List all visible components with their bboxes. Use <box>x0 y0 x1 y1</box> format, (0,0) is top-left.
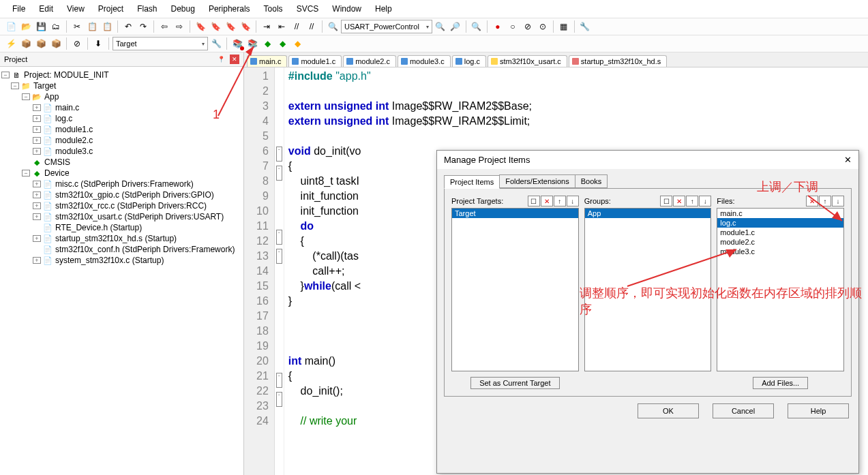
stop-build-icon[interactable]: ⊘ <box>70 37 84 50</box>
breakpoint-icon[interactable]: ● <box>491 20 505 33</box>
bookmark-clear-icon[interactable]: 🔖 <box>239 20 252 33</box>
nav-back-icon[interactable]: ⇦ <box>158 20 171 33</box>
menu-debug[interactable]: Debug <box>164 1 202 16</box>
set-current-target-button[interactable]: Set as Current Target <box>470 377 559 389</box>
list-item[interactable]: log.c <box>717 218 843 228</box>
tab-startup[interactable]: startup_stm32f10x_hd.s <box>569 55 667 67</box>
tree-file[interactable]: +📄system_stm32f10x.c (Startup) <box>1 255 242 266</box>
menu-svcs[interactable]: SVCS <box>290 1 326 16</box>
menu-peripherals[interactable]: Peripherals <box>202 1 257 16</box>
symbol-combo[interactable]: USART_PowerControl <box>341 20 432 33</box>
undo-icon[interactable]: ↶ <box>121 20 135 33</box>
delete-item-icon[interactable]: ✕ <box>673 196 685 206</box>
tree-device[interactable]: −◆Device <box>1 168 242 179</box>
list-item[interactable]: App <box>585 209 711 218</box>
cut-icon[interactable]: ✂ <box>70 20 84 33</box>
window-icon[interactable]: ▦ <box>557 20 571 33</box>
delete-item-icon[interactable]: ✕ <box>806 196 818 206</box>
menu-file[interactable]: File <box>5 1 32 16</box>
save-icon[interactable]: 💾 <box>34 20 48 33</box>
tree-file[interactable]: +📄stm32f10x_usart.c (StdPeriph Drivers:U… <box>1 211 242 222</box>
debug-icon[interactable]: 🔍 <box>470 20 483 33</box>
copy-icon[interactable]: 📋 <box>85 20 99 33</box>
pin-icon[interactable]: 📍 <box>217 55 226 64</box>
add-files-button[interactable]: Add Files... <box>753 377 808 389</box>
new-item-icon[interactable]: ☐ <box>528 196 540 206</box>
dlg-tab-project-items[interactable]: Project Items <box>444 175 500 189</box>
menu-help[interactable]: Help <box>368 1 399 16</box>
tree-file[interactable]: +📄misc.c (StdPeriph Drivers:Framework) <box>1 179 242 189</box>
bookmark-prev-icon[interactable]: 🔖 <box>209 20 222 33</box>
indent-icon[interactable]: ⇥ <box>260 20 273 33</box>
menu-flash[interactable]: Flash <box>130 1 164 16</box>
fold-column[interactable]: ------ <box>275 67 284 475</box>
configure-icon[interactable]: 🔧 <box>578 20 592 33</box>
move-down-icon[interactable]: ↓ <box>567 196 579 206</box>
move-up-icon[interactable]: ↑ <box>819 196 831 206</box>
dialog-close-icon[interactable]: ✕ <box>844 155 852 165</box>
list-item[interactable]: main.c <box>717 209 843 218</box>
tab-module2[interactable]: module2.c <box>343 55 396 67</box>
tree-file[interactable]: 📄stm32f10x_conf.h (StdPeriph Drivers:Fra… <box>1 244 242 255</box>
nav-fwd-icon[interactable]: ⇨ <box>173 20 186 33</box>
tree-file[interactable]: +📄module3.c <box>1 146 242 157</box>
groups-listbox[interactable]: App <box>584 208 712 371</box>
outdent-icon[interactable]: ⇤ <box>275 20 288 33</box>
rebuild-icon[interactable]: 📦 <box>34 37 48 50</box>
breakpoint-kill-icon[interactable]: ⊘ <box>521 20 535 33</box>
build-icon[interactable]: 📦 <box>19 37 33 50</box>
tree-file[interactable]: +📄log.c <box>1 113 242 124</box>
bookmark-icon[interactable]: 🔖 <box>194 20 207 33</box>
menu-view[interactable]: View <box>60 1 91 16</box>
tree-file[interactable]: +📄stm32f10x_rcc.c (StdPeriph Drivers:RCC… <box>1 200 242 211</box>
breakpoint-toggle-icon[interactable]: ⊙ <box>536 20 550 33</box>
tree-cmsis[interactable]: ◆CMSIS <box>1 157 242 168</box>
target-combo[interactable]: Target <box>113 37 208 50</box>
translate-icon[interactable]: ⚡ <box>4 37 18 50</box>
help-button[interactable]: Help <box>788 403 849 418</box>
breakpoint-disable-icon[interactable]: ○ <box>506 20 520 33</box>
move-up-icon[interactable]: ↑ <box>554 196 566 206</box>
ok-button[interactable]: OK <box>638 403 699 418</box>
saveall-icon[interactable]: 🗂 <box>49 20 63 33</box>
download-icon[interactable]: ⬇ <box>91 37 105 50</box>
move-up-icon[interactable]: ↑ <box>686 196 698 206</box>
tree-file[interactable]: +📄startup_stm32f10x_hd.s (Startup) <box>1 233 242 244</box>
select-pack-icon[interactable]: ◆ <box>275 37 289 50</box>
pack-installer-icon[interactable]: ◆ <box>290 37 304 50</box>
new-icon[interactable]: 📄 <box>4 20 18 33</box>
files-listbox[interactable]: main.c log.c module1.c module2.c module3… <box>717 208 844 371</box>
menu-window[interactable]: Window <box>325 1 368 16</box>
tree-file[interactable]: +📄stm32f10x_gpio.c (StdPeriph Drivers:GP… <box>1 189 242 200</box>
bookmark-next-icon[interactable]: 🔖 <box>224 20 237 33</box>
dlg-tab-folders[interactable]: Folders/Extensions <box>499 174 575 188</box>
panel-close-icon[interactable]: ✕ <box>230 55 239 64</box>
move-down-icon[interactable]: ↓ <box>832 196 844 206</box>
list-item[interactable]: Target <box>452 209 578 218</box>
cancel-button[interactable]: Cancel <box>713 403 774 418</box>
find-in-files-icon[interactable]: 🔍 <box>434 20 447 33</box>
tree-app[interactable]: −📂App <box>1 91 242 102</box>
tree-target[interactable]: −📁Target <box>1 80 242 91</box>
menu-project[interactable]: Project <box>91 1 130 16</box>
redo-icon[interactable]: ↷ <box>136 20 150 33</box>
find-icon[interactable]: 🔍 <box>326 20 340 33</box>
tab-main[interactable]: main.c <box>247 55 287 67</box>
tab-log[interactable]: log.c <box>452 55 486 67</box>
list-item[interactable]: module1.c <box>717 228 843 237</box>
multi-project-icon[interactable]: 📚 <box>245 37 259 50</box>
project-tree[interactable]: −🗎Project: MODULE_INIT −📁Target −📂App +📄… <box>0 67 243 475</box>
tree-root[interactable]: −🗎Project: MODULE_INIT <box>1 70 242 80</box>
manage-rte-icon[interactable]: ◆ <box>260 37 274 50</box>
list-item[interactable]: module2.c <box>717 237 843 247</box>
dlg-tab-books[interactable]: Books <box>575 174 608 188</box>
open-icon[interactable]: 📂 <box>19 20 33 33</box>
tree-file[interactable]: +📄module2.c <box>1 135 242 146</box>
tab-module3[interactable]: module3.c <box>398 55 451 67</box>
comment-icon[interactable]: // <box>290 20 303 33</box>
tab-module1[interactable]: module1.c <box>288 55 342 67</box>
manage-project-icon[interactable]: 📚 <box>230 37 244 50</box>
incremental-find-icon[interactable]: 🔎 <box>449 20 462 33</box>
tab-usart[interactable]: stm32f10x_usart.c <box>488 55 567 67</box>
menu-tools[interactable]: Tools <box>257 1 290 16</box>
